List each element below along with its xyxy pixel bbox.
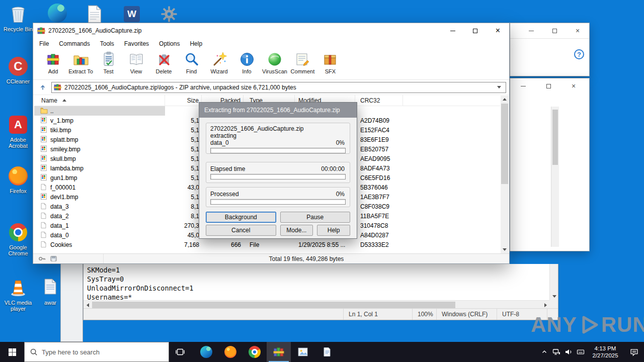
mode-button[interactable]: Mode... <box>280 225 313 236</box>
column-header-size[interactable]: Size <box>165 95 202 106</box>
help-button[interactable]: Help <box>317 225 350 236</box>
task-view-button[interactable] <box>169 342 191 362</box>
start-button[interactable] <box>0 342 24 362</box>
toolbar-add-button[interactable]: Add <box>39 51 67 75</box>
scroll-up-icon[interactable] <box>501 96 509 103</box>
menu-help[interactable]: Help <box>185 39 207 49</box>
desktop-icon-settings[interactable] <box>151 3 187 25</box>
toolbar-test-button[interactable]: Test <box>95 51 122 75</box>
tray-keyboard-icon[interactable] <box>575 342 587 362</box>
column-header-name[interactable]: Name <box>34 95 165 106</box>
tray-volume-icon[interactable] <box>562 342 575 362</box>
winrar-titlebar[interactable]: 27022025_1606_AudioCapture.zip × <box>33 23 509 38</box>
desktop-icon-word[interactable]: W <box>114 3 150 25</box>
action-label: extracting <box>210 132 346 139</box>
maximize-button[interactable] <box>464 24 487 38</box>
menu-file[interactable]: File <box>34 39 54 49</box>
winrar-app-icon[interactable] <box>37 27 45 35</box>
menu-favorites[interactable]: Favorites <box>119 39 154 49</box>
close-icon: × <box>572 82 576 89</box>
maximize-icon <box>473 29 477 33</box>
close-button[interactable]: × <box>487 24 509 38</box>
file-name-cell: data_2 <box>34 211 165 221</box>
background-button[interactable]: Background <box>206 212 276 223</box>
file-icon <box>40 231 48 239</box>
action-center-button[interactable] <box>624 342 644 362</box>
column-header-crc32[interactable]: CRC32 <box>355 95 403 106</box>
chevron-down-icon <box>495 86 504 88</box>
menu-commands[interactable]: Commands <box>54 39 95 49</box>
file-icon <box>40 184 48 191</box>
notepad-text[interactable]: SKMode=1 SysTray=0 UnloadMirrorOnDisconn… <box>87 265 548 302</box>
desktop-icon-edge[interactable] <box>39 2 75 24</box>
toolbar-view-button[interactable]: View <box>122 51 150 75</box>
file-type: File <box>244 240 295 249</box>
desktop-icon-ccleaner[interactable]: C CCleaner <box>0 55 36 84</box>
address-dropdown[interactable]: 27022025_1606_AudioCapture.zip\logos - Z… <box>51 82 506 93</box>
desktop-icon-google-chrome[interactable]: Google Chrome <box>0 221 36 256</box>
toolbar-virusscan-button[interactable]: VirusScan <box>261 51 289 75</box>
toolbar-sfx-button[interactable]: SFX <box>316 51 344 75</box>
vertical-scrollbar[interactable] <box>501 96 509 253</box>
file-size: 43,0 <box>165 183 202 192</box>
maximize-button[interactable] <box>543 23 566 38</box>
file-modified: 1/29/2025 8:55 ... <box>295 240 355 249</box>
taskbar-winrar-button[interactable] <box>267 342 291 362</box>
desktop-icon-recycle-bin[interactable]: Recycle Bin <box>0 3 36 32</box>
minimize-button[interactable] <box>520 23 543 38</box>
file-row[interactable]: Cookies7,168666File1/29/2025 8:55 ...D53… <box>34 240 500 249</box>
file-name-cell: v_1.bmp <box>34 116 165 125</box>
vertical-scrollbar[interactable] <box>549 264 558 300</box>
up-one-level-button[interactable] <box>36 82 49 93</box>
file-name: .. <box>50 108 54 115</box>
desktop-icon-adobe-acrobat[interactable]: A Adobe Acrobat <box>0 114 36 149</box>
scroll-down-icon[interactable] <box>501 246 509 253</box>
taskbar-clock[interactable]: 4:13 PM 2/27/2025 <box>587 345 624 359</box>
search-input[interactable]: Type here to search <box>24 342 169 362</box>
tray-chevron-up-icon[interactable] <box>538 342 550 362</box>
close-button[interactable]: × <box>561 78 586 94</box>
toolbar-comment-button[interactable]: Comment <box>289 51 316 75</box>
close-button[interactable]: × <box>566 23 589 38</box>
total-progress-bar <box>210 199 346 205</box>
taskbar-firefox-button[interactable] <box>218 342 243 362</box>
edge-icon <box>48 4 67 23</box>
scrollbar-thumb[interactable] <box>92 302 455 308</box>
menu-tools[interactable]: Tools <box>95 39 119 49</box>
elapsed-label: Elapsed time <box>210 165 245 172</box>
desktop-icon-label: VLC media player <box>0 300 36 312</box>
taskbar-chrome-button[interactable] <box>243 342 267 362</box>
file-name-cell: Cookies <box>34 240 165 249</box>
scroll-down-icon[interactable] <box>550 293 558 300</box>
minimize-button[interactable] <box>441 24 464 38</box>
task-view-icon <box>176 348 185 356</box>
toolbar-info-button[interactable]: Info <box>233 51 261 75</box>
tray-network-icon[interactable] <box>550 342 562 362</box>
word-icon: W <box>114 3 150 25</box>
cancel-button[interactable]: Cancel <box>206 225 276 236</box>
taskbar-edge-button[interactable] <box>194 342 218 362</box>
file-name-cell: f_000001 <box>34 183 165 192</box>
toolbar-extract-button[interactable]: Extract To <box>67 51 95 75</box>
taskbar-notepad-button[interactable] <box>315 342 339 362</box>
scrollbar[interactable] <box>551 107 559 247</box>
toolbar-delete-button[interactable]: Delete <box>150 51 178 75</box>
scrollbar-thumb[interactable] <box>501 104 508 184</box>
file-size: 5,1 <box>165 144 202 154</box>
help-icon[interactable]: ? <box>574 49 584 59</box>
maximize-button[interactable] <box>536 78 561 94</box>
desktop-icon-document[interactable] <box>76 3 113 25</box>
toolbar-find-button[interactable]: Find <box>178 51 205 75</box>
taskbar-photos-button[interactable] <box>291 342 315 362</box>
file-name-cell: .. <box>34 106 165 116</box>
toolbar-wizard-button[interactable]: Wizard <box>205 51 233 75</box>
desktop-icon-vlc[interactable]: VLC media player <box>0 277 36 312</box>
minimize-button[interactable] <box>511 78 536 94</box>
dialog-titlebar[interactable]: Extracting from 27022025_1606_AudioCaptu… <box>199 103 357 118</box>
pause-button[interactable]: Pause <box>280 212 351 223</box>
desktop-icon-firefox[interactable]: Firefox <box>0 165 36 194</box>
desktop-icon-label: Firefox <box>0 188 36 194</box>
horizontal-scrollbar[interactable] <box>84 300 549 309</box>
file-crc: A84D0287 <box>355 230 403 240</box>
menu-options[interactable]: Options <box>154 39 185 49</box>
